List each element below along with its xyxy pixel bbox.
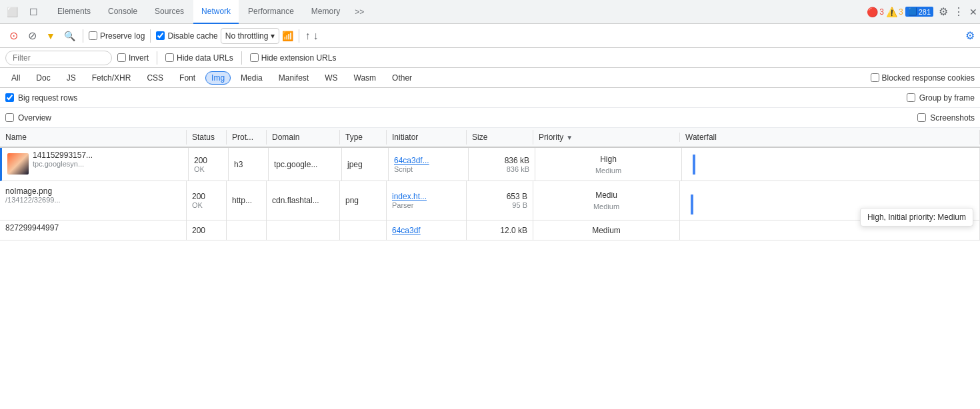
more-options-icon[interactable]: ⋮ [953, 5, 964, 18]
row-1-size: 836 kB 836 kB [469, 148, 535, 181]
col-header-prot[interactable]: Prot... [227, 130, 267, 145]
export-har-icon[interactable]: ↓ [313, 30, 318, 42]
overview-option[interactable]: Overview [5, 113, 51, 123]
tab-elements[interactable]: Elements [49, 0, 99, 24]
group-by-frame-checkbox[interactable] [907, 93, 915, 102]
row-1-thumbnail [7, 153, 29, 175]
error-badges: 🔴 3 ⚠️ 3 🟦 281 [867, 7, 933, 17]
search-button[interactable]: 🔍 [61, 28, 77, 44]
type-filter-ws[interactable]: WS [319, 71, 343, 85]
type-filter-other[interactable]: Other [386, 71, 418, 85]
tab-sources[interactable]: Sources [147, 0, 192, 24]
row-2-size: 653 B 95 B [467, 181, 533, 220]
tab-network[interactable]: Network [193, 0, 239, 24]
error-badge-yellow: ⚠️ 3 [886, 7, 903, 17]
row-2-waterfall-bar [691, 195, 693, 214]
preserve-log-checkbox[interactable]: Preserve log [89, 31, 145, 41]
throttle-dropdown-icon: ▾ [271, 31, 275, 41]
network-toolbar: ⊙ ⊘ ▼ 🔍 Preserve log Disable cache No th… [0, 24, 980, 48]
type-filter-js[interactable]: JS [61, 71, 82, 85]
hide-data-urls-checkbox[interactable] [165, 53, 174, 62]
row-1-name-text: 141152993157... tpc.googlesyn... [33, 151, 93, 168]
row-3-status: 200 [187, 220, 227, 240]
row-1-prot: h3 [229, 148, 269, 181]
priority-tooltip: High, Initial priority: Medium [860, 208, 973, 226]
row-2-name-text: noImage.png /134122/32699... [5, 184, 61, 204]
device-icon[interactable]: ☐ [24, 3, 43, 21]
blocked-cookies-checkbox[interactable] [871, 73, 879, 82]
type-filter-all[interactable]: All [5, 71, 26, 85]
cursor-icon[interactable]: ⬜ [3, 3, 21, 21]
type-filter-fetch-xhr[interactable]: Fetch/XHR [86, 71, 137, 85]
row-2-type: png [340, 181, 387, 220]
overview-checkbox[interactable] [5, 113, 14, 122]
row-1-thumbnail-image [7, 153, 29, 175]
type-filter-wasm[interactable]: Wasm [348, 71, 383, 85]
group-by-frame-option[interactable]: Group by frame [907, 93, 975, 103]
big-request-rows-option[interactable]: Big request rows [5, 93, 77, 103]
tab-console[interactable]: Console [100, 0, 145, 24]
screenshots-option[interactable]: Screenshots [917, 113, 975, 123]
tab-more-button[interactable]: >> [349, 0, 369, 24]
type-filter-manifest[interactable]: Manifest [273, 71, 315, 85]
row-2-initiator: index.ht... Parser [387, 181, 467, 220]
separator-3 [299, 29, 299, 43]
table-row[interactable]: 827299944997 200 64ca3df 12.0 kB Medium [0, 220, 980, 240]
error-badge-blue: 🟦 281 [905, 7, 933, 17]
devtools-icons: ⬜ ☐ [3, 3, 43, 21]
col-header-initiator[interactable]: Initiator [387, 130, 467, 145]
col-header-status[interactable]: Status [187, 130, 227, 145]
col-header-priority[interactable]: Priority ▼ [533, 133, 680, 142]
big-request-rows-checkbox[interactable] [5, 93, 14, 102]
hide-ext-urls-option[interactable]: Hide extension URLs [250, 53, 337, 63]
disable-cache-checkbox[interactable]: Disable cache [156, 31, 217, 41]
row-2-name-cell: noImage.png /134122/32699... [0, 181, 187, 220]
type-filter-img[interactable]: Img [205, 71, 231, 85]
separator-2 [150, 29, 151, 43]
type-filter-doc[interactable]: Doc [30, 71, 56, 85]
settings-icon[interactable]: ⚙ [939, 5, 948, 18]
options-row-2: Overview Screenshots [0, 108, 980, 128]
row-1-waterfall [682, 148, 980, 181]
table-header: Name Status Prot... Domain Type Initiato… [0, 128, 980, 148]
type-filter-media[interactable]: Media [235, 71, 269, 85]
invert-option[interactable]: Invert [117, 53, 149, 63]
tab-bar-right: 🔴 3 ⚠️ 3 🟦 281 ⚙ ⋮ ✕ [867, 5, 977, 18]
table-row[interactable]: noImage.png /134122/32699... 200 OK http… [0, 181, 980, 220]
col-header-waterfall[interactable]: Waterfall [680, 130, 980, 145]
priority-sort-icon: ▼ [566, 134, 573, 141]
invert-checkbox[interactable] [117, 53, 126, 62]
col-header-name[interactable]: Name [0, 130, 187, 145]
hide-data-urls-option[interactable]: Hide data URLs [165, 53, 233, 63]
tab-memory[interactable]: Memory [303, 0, 348, 24]
screenshots-checkbox[interactable] [917, 113, 926, 122]
blocked-response-cookies-option[interactable]: Blocked response cookies [871, 73, 975, 83]
col-header-domain[interactable]: Domain [267, 130, 340, 145]
hide-ext-urls-checkbox[interactable] [250, 53, 259, 62]
row-1-domain: tpc.google... [269, 148, 342, 181]
type-filter-css[interactable]: CSS [141, 71, 169, 85]
clear-button[interactable]: ⊘ [24, 28, 40, 44]
throttle-selector[interactable]: No throttling ▾ [221, 28, 280, 44]
row-1-priority: High Medium [535, 148, 682, 181]
warning-icon: ⚠️ [886, 7, 897, 17]
tab-performance[interactable]: Performance [240, 0, 302, 24]
network-settings-icon[interactable]: ⚙ [965, 29, 975, 42]
network-conditions-icon[interactable]: 📶 [282, 31, 293, 41]
stop-recording-button[interactable]: ⊙ [5, 28, 21, 44]
table-row[interactable]: 141152993157... tpc.googlesyn... 200 OK … [0, 148, 980, 181]
col-header-size[interactable]: Size [467, 130, 533, 145]
filter-input[interactable] [5, 51, 112, 65]
row-3-priority: Medium [533, 220, 680, 240]
filter-row: Invert Hide data URLs Hide extension URL… [0, 48, 980, 68]
type-filter-row: All Doc JS Fetch/XHR CSS Font Img Media … [0, 68, 980, 88]
row-3-size: 12.0 kB [467, 220, 533, 240]
filter-button[interactable]: ▼ [43, 28, 59, 44]
type-filter-font[interactable]: Font [173, 71, 201, 85]
row-3-initiator: 64ca3df [387, 220, 467, 240]
preserve-log-input[interactable] [89, 31, 97, 40]
disable-cache-input[interactable] [156, 31, 165, 40]
close-devtools-icon[interactable]: ✕ [969, 7, 977, 17]
import-har-icon[interactable]: ↑ [305, 30, 310, 42]
col-header-type[interactable]: Type [340, 130, 387, 145]
